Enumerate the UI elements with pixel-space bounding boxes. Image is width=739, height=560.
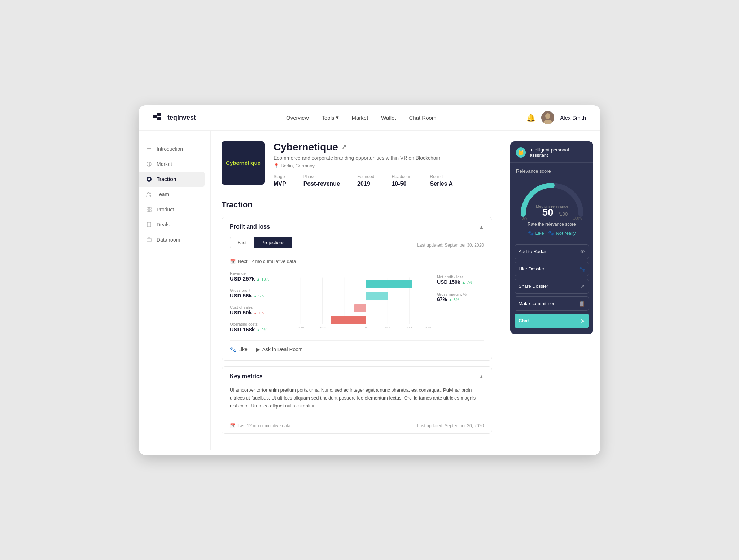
tab-fact[interactable]: Fact [230, 237, 254, 248]
svg-text:0: 0 [365, 326, 367, 329]
profit-loss-header[interactable]: Profit and loss ▲ [222, 217, 492, 237]
relevance-section: Relevance score Medium relevance 50 /100 [510, 163, 593, 242]
metric-revenue: Revenue USD 257k ▲ 13% [230, 271, 280, 282]
external-link-icon[interactable]: ↗ [342, 144, 346, 150]
fact-projections-tabs: Fact Projections [230, 237, 292, 248]
like-dossier-icon: 🐾 [579, 266, 585, 272]
metric-cost-sales: Cost of sales USD 50k ▲ 7% [230, 305, 280, 316]
svg-rect-6 [147, 147, 151, 147]
market-icon [146, 161, 152, 167]
add-to-radar-button[interactable]: Add to Radar 👁 [515, 244, 589, 259]
svg-rect-7 [147, 148, 151, 149]
chat-button[interactable]: Chat ➤ [515, 314, 589, 328]
traction-section-title: Traction [222, 200, 492, 210]
right-panel: 🐱 Intelligent personal assistant Relevan… [503, 131, 600, 450]
metric-gross-profit: Gross profit USD 56k ▲ 5% [230, 288, 280, 299]
svg-point-4 [545, 113, 550, 119]
cat-icon: 🐱 [516, 147, 526, 158]
nav-chatroom[interactable]: Chat Room [409, 115, 436, 121]
share-icon: ↗ [581, 283, 585, 289]
share-dossier-button[interactable]: Share Dossier ↗ [515, 279, 589, 294]
svg-point-10 [147, 177, 152, 182]
gauge-max: 100% [573, 216, 582, 220]
introduction-icon [146, 146, 152, 152]
assistant-card: 🐱 Intelligent personal assistant Relevan… [510, 141, 593, 334]
profit-loss-card: Profit and loss ▲ Fact Projections Last … [222, 217, 492, 361]
sidebar-item-deals[interactable]: Deals [139, 217, 205, 232]
next-12mo: 📅 Next 12 mo cumulative data [230, 259, 484, 264]
svg-rect-16 [149, 207, 151, 209]
paw-icon-not-really: 🐾 [548, 230, 554, 236]
make-commitment-button[interactable]: Make commitment 📋 [515, 296, 589, 311]
radar-icon: 👁 [580, 249, 585, 255]
svg-rect-12 [149, 178, 150, 180]
sidebar-item-product[interactable]: Product [139, 202, 205, 217]
meta-phase: Phase Post-revenue [303, 174, 340, 187]
svg-rect-33 [331, 316, 366, 324]
deals-icon [146, 221, 152, 228]
chart-right-labels: Net profit / loss USD 150k ▲ 7% Gross ma… [437, 271, 484, 302]
nav-wallet[interactable]: Wallet [381, 115, 396, 121]
company-logo-text: Cybernétique [226, 159, 261, 167]
svg-text:/100: /100 [559, 211, 568, 217]
calendar-icon-footer: 📅 [230, 423, 235, 428]
svg-text:50: 50 [542, 207, 553, 218]
key-metrics-title: Key metrics [230, 373, 263, 380]
app-container: teqInvest Overview Tools ▾ Market Wallet… [139, 105, 600, 455]
svg-text:-200k: -200k [297, 326, 305, 329]
like-dossier-button[interactable]: Like Dossier 🐾 [515, 262, 589, 276]
svg-rect-30 [366, 280, 412, 288]
like-button[interactable]: 🐾 Like [230, 347, 248, 352]
profit-loss-title: Profit and loss [230, 224, 270, 230]
assistant-title: Intelligent personal assistant [529, 147, 587, 158]
svg-rect-19 [147, 222, 151, 227]
logo-text: teqInvest [167, 114, 196, 122]
key-metrics-footer: 📅 Last 12 mo cumulative data Last update… [222, 418, 492, 433]
main-content: Cybernétique Cybernetique ↗ Ecommerce an… [211, 131, 503, 450]
meta-headcount: Headcount 10-50 [392, 174, 412, 187]
team-icon [146, 191, 152, 198]
svg-rect-31 [366, 292, 388, 300]
commitment-icon: 📋 [579, 301, 585, 307]
sidebar-item-introduction[interactable]: Introduction [139, 141, 205, 156]
svg-point-14 [149, 193, 151, 194]
dataroom-icon [146, 237, 152, 243]
location-icon: 📍 [274, 163, 279, 168]
rate-like-button[interactable]: 🐾 Like [528, 230, 544, 236]
company-info: Cybernetique ↗ Ecommerce and corporate b… [274, 141, 492, 187]
action-row: 🐾 Like ▶ Ask in Deal Room [230, 340, 484, 352]
bar-chart-container: -200k -100k 0 100k 200k 300k [286, 271, 431, 338]
nav-tools[interactable]: Tools ▾ [322, 114, 338, 121]
tab-projections[interactable]: Projections [254, 237, 292, 248]
paw-icon-rate: 🐾 [528, 230, 534, 236]
nav-links: Overview Tools ▾ Market Wallet Chat Room [286, 114, 436, 121]
last-updated-label: Last updated: September 30, 2020 [417, 243, 484, 248]
sidebar-item-team[interactable]: Team [139, 187, 205, 202]
nav-right: 🔔 Alex Smith [526, 111, 586, 124]
sidebar-item-traction[interactable]: Traction [139, 172, 205, 187]
nav-market[interactable]: Market [352, 115, 368, 121]
nav-overview[interactable]: Overview [286, 115, 309, 121]
key-metrics-header[interactable]: Key metrics ▲ [222, 367, 492, 386]
logo: teqInvest [153, 113, 196, 123]
svg-text:200k: 200k [406, 326, 413, 329]
assistant-header: 🐱 Intelligent personal assistant [510, 141, 593, 163]
bell-icon[interactable]: 🔔 [526, 113, 535, 122]
sidebar-item-market[interactable]: Market [139, 156, 205, 172]
svg-rect-15 [147, 207, 149, 209]
arrow-icon: ▶ [256, 347, 260, 352]
rate-notreally-button[interactable]: 🐾 Not really [548, 230, 576, 236]
logo-icon [153, 113, 165, 123]
sidebar-item-dataroom[interactable]: Data room [139, 232, 205, 247]
chat-arrow-icon: ➤ [581, 318, 585, 324]
gauge-container: Medium relevance 50 /100 0% 100% [516, 178, 588, 220]
ask-deal-room-button[interactable]: ▶ Ask in Deal Room [256, 347, 303, 352]
svg-rect-8 [147, 150, 150, 150]
company-logo: Cybernétique [222, 141, 265, 185]
rate-buttons: 🐾 Like 🐾 Not really [516, 230, 587, 236]
meta-round: Round Series A [430, 174, 452, 187]
company-description: Ecommerce and corporate branding opportu… [274, 155, 492, 161]
svg-rect-2 [157, 117, 161, 120]
company-location: 📍 Berlin, Germany [274, 163, 492, 168]
avatar [541, 111, 554, 124]
